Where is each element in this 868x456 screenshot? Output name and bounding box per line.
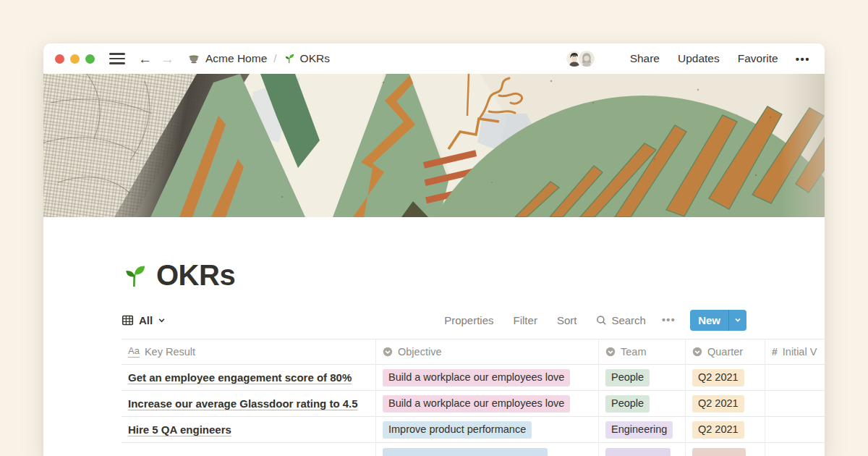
text-property-icon: Aa <box>128 346 140 358</box>
table-header-row: Aa Key Result Objective Team Quarter # <box>122 339 825 365</box>
sort-button[interactable]: Sort <box>557 314 577 326</box>
window-topbar: ← → Acme Home / OKRs Share Upda <box>43 43 825 74</box>
page-title: OKRs <box>156 259 235 292</box>
objective-tag[interactable]: Improve product performance <box>383 421 532 439</box>
page-content: OKRs All Properties Filter Sort Search •… <box>43 259 825 453</box>
minimize-window-button[interactable] <box>70 54 80 64</box>
traffic-lights <box>55 54 95 64</box>
page-cover-image[interactable] <box>43 74 825 217</box>
initial-value-cell[interactable] <box>765 391 825 416</box>
app-window: ← → Acme Home / OKRs Share Upda <box>43 43 825 456</box>
updates-button[interactable]: Updates <box>678 52 720 65</box>
search-icon <box>596 315 607 326</box>
quarter-tag[interactable]: Q2 2021 <box>692 369 744 387</box>
avatar[interactable] <box>577 49 596 68</box>
close-window-button[interactable] <box>55 54 64 64</box>
toolbar-actions: Properties Filter Sort Search ••• New <box>425 310 746 331</box>
breadcrumb-home[interactable]: Acme Home <box>205 52 267 65</box>
column-header-key-result[interactable]: Aa Key Result <box>122 339 376 364</box>
chevron-down-icon <box>734 316 741 324</box>
seedling-page-icon[interactable] <box>122 263 148 289</box>
favorite-button[interactable]: Favorite <box>738 52 778 65</box>
key-result-title[interactable]: Hire 5 QA engineers <box>128 423 231 436</box>
breadcrumb-page[interactable]: OKRs <box>300 52 330 65</box>
key-result-title[interactable]: Get an employee engagement score of 80% <box>128 371 352 384</box>
table-row-partial <box>122 443 825 453</box>
quarter-tag[interactable]: Q2 2021 <box>692 421 744 439</box>
column-header-initial-value[interactable]: # Initial V <box>765 339 825 364</box>
view-selector[interactable]: All <box>122 314 166 326</box>
select-property-icon <box>692 347 702 357</box>
toolbar-more-icon[interactable]: ••• <box>662 314 676 326</box>
quarter-tag[interactable] <box>692 448 746 456</box>
breadcrumb: Acme Home / OKRs <box>187 52 330 65</box>
topbar-actions: Share Updates Favorite ••• <box>565 49 810 68</box>
breadcrumb-separator: / <box>273 52 276 65</box>
team-tag[interactable]: Engineering <box>605 421 673 439</box>
zoom-window-button[interactable] <box>85 54 95 64</box>
column-header-quarter[interactable]: Quarter <box>686 339 765 364</box>
filter-button[interactable]: Filter <box>514 314 537 326</box>
select-property-icon <box>383 347 393 357</box>
objective-tag[interactable]: Build a workplace our employees love <box>383 369 570 387</box>
column-header-team[interactable]: Team <box>599 339 686 364</box>
initial-value-cell[interactable] <box>765 417 825 442</box>
number-property-icon: # <box>772 346 778 358</box>
back-icon[interactable]: ← <box>138 52 152 66</box>
table-view-icon <box>122 314 134 326</box>
new-button[interactable]: New <box>690 310 746 331</box>
avatar-group <box>565 49 596 68</box>
column-header-objective[interactable]: Objective <box>376 339 599 364</box>
pot-icon <box>187 52 200 65</box>
properties-button[interactable]: Properties <box>444 314 493 326</box>
new-button-dropdown[interactable] <box>728 310 746 331</box>
select-property-icon <box>605 347 616 357</box>
share-button[interactable]: Share <box>630 52 660 65</box>
okr-table: Aa Key Result Objective Team Quarter # <box>122 339 825 453</box>
chevron-down-icon <box>158 316 166 324</box>
forward-icon[interactable]: → <box>161 52 174 66</box>
team-tag[interactable]: People <box>605 395 650 413</box>
team-tag[interactable] <box>605 448 671 456</box>
seedling-icon <box>284 53 295 64</box>
page-title-row: OKRs <box>122 259 825 292</box>
table-row: Get an employee engagement score of 80% … <box>122 365 825 391</box>
more-options-icon[interactable]: ••• <box>796 53 810 65</box>
table-row: Increase our average Glassdoor rating to… <box>122 391 825 417</box>
key-result-title[interactable]: Increase our average Glassdoor rating to… <box>128 397 358 410</box>
team-tag[interactable]: People <box>605 369 650 387</box>
table-row: Hire 5 QA engineers Improve product perf… <box>122 417 825 443</box>
initial-value-cell[interactable] <box>765 365 825 390</box>
objective-tag[interactable]: Build a workplace our employees love <box>383 395 570 413</box>
menu-icon[interactable] <box>109 53 125 64</box>
quarter-tag[interactable]: Q2 2021 <box>692 395 744 413</box>
objective-tag[interactable] <box>383 448 548 456</box>
view-name: All <box>139 314 153 326</box>
search-button[interactable]: Search <box>596 314 646 326</box>
database-toolbar: All Properties Filter Sort Search ••• Ne… <box>122 309 746 331</box>
